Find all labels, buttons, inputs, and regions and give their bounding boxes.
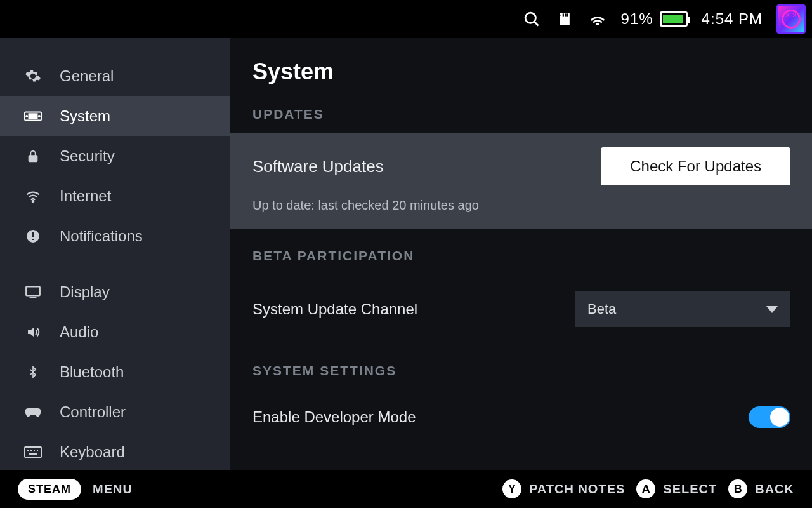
section-beta: BETA PARTICIPATION (252, 248, 812, 264)
steam-button[interactable]: STEAM (18, 479, 81, 500)
hint-patch-notes[interactable]: Y PATCH NOTES (502, 479, 625, 498)
sidebar-item-system[interactable]: System (0, 96, 230, 136)
gear-icon (24, 67, 42, 85)
battery-indicator: 91% (621, 10, 688, 28)
y-button-icon: Y (502, 479, 521, 498)
sidebar-item-label: Bluetooth (60, 363, 124, 381)
dev-mode-toggle[interactable] (749, 406, 790, 428)
hint-select[interactable]: A SELECT (636, 479, 717, 498)
sidebar-item-audio[interactable]: Audio (0, 312, 230, 352)
svg-point-0 (525, 13, 535, 23)
update-channel-label: System Update Channel (252, 300, 417, 318)
sidebar-item-label: Controller (60, 403, 126, 421)
dev-mode-label: Enable Developer Mode (252, 408, 416, 426)
sidebar-item-controller[interactable]: Controller (0, 392, 230, 432)
clock: 4:54 PM (702, 10, 763, 28)
display-icon (24, 283, 42, 301)
hint-back[interactable]: B BACK (728, 479, 794, 498)
svg-rect-3 (562, 13, 563, 16)
svg-point-8 (26, 115, 27, 116)
search-icon[interactable] (522, 10, 541, 29)
update-channel-value: Beta (587, 301, 616, 318)
controller-icon (24, 403, 42, 421)
svg-rect-16 (25, 447, 41, 457)
updates-status: Up to date: last checked 20 minutes ago (252, 198, 790, 213)
svg-line-1 (534, 22, 538, 25)
page-title: System (252, 58, 812, 85)
sidebar-item-notifications[interactable]: Notifications (0, 216, 230, 256)
sidebar-item-display[interactable]: Display (0, 272, 230, 312)
hint-label: PATCH NOTES (529, 482, 625, 497)
sidebar-item-label: Keyboard (60, 443, 125, 461)
battery-percent: 91% (621, 10, 653, 28)
hint-label: SELECT (663, 482, 717, 497)
svg-rect-5 (566, 13, 568, 16)
steamdeck-icon (24, 107, 42, 125)
svg-rect-7 (29, 114, 37, 118)
content-pane: System UPDATES Software Updates Check Fo… (230, 38, 812, 470)
sidebar-item-label: System (60, 107, 110, 125)
sidebar-divider (24, 264, 209, 264)
row-dev-mode: Enable Developer Mode (252, 390, 812, 444)
b-button-icon: B (728, 479, 747, 498)
sidebar-item-security[interactable]: Security (0, 136, 230, 176)
battery-icon (660, 11, 688, 27)
sidebar-item-label: Internet (60, 187, 111, 205)
sidebar-item-keyboard[interactable]: Keyboard (0, 432, 230, 472)
svg-rect-13 (32, 239, 34, 240)
sidebar-item-label: Security (60, 147, 115, 165)
wifi-icon (24, 187, 42, 205)
keyboard-icon (24, 443, 42, 461)
alert-icon (24, 227, 42, 245)
sd-card-icon[interactable] (555, 10, 574, 29)
a-button-icon: A (636, 479, 655, 498)
section-system-settings: SYSTEM SETTINGS (252, 363, 812, 378)
sidebar-item-label: General (60, 67, 114, 85)
sidebar-item-label: Display (60, 283, 110, 301)
sidebar-item-general[interactable]: General (0, 56, 230, 96)
sidebar-item-label: Notifications (60, 227, 143, 245)
settings-sidebar: General System Security Internet Notific… (0, 38, 230, 470)
sidebar-item-internet[interactable]: Internet (0, 176, 230, 216)
menu-label: MENU (93, 482, 133, 497)
bluetooth-icon (24, 363, 42, 381)
lock-icon (24, 147, 42, 165)
svg-point-10 (32, 200, 34, 202)
svg-rect-4 (565, 13, 566, 16)
chevron-down-icon (766, 306, 778, 313)
status-bar: 91% 4:54 PM (0, 0, 812, 38)
sidebar-item-bluetooth[interactable]: Bluetooth (0, 352, 230, 392)
hint-label: BACK (755, 482, 794, 497)
speaker-icon (24, 323, 42, 341)
updates-heading: Software Updates (252, 157, 384, 177)
wifi-icon[interactable] (588, 10, 607, 29)
svg-rect-14 (26, 286, 40, 295)
section-updates: UPDATES (252, 107, 812, 122)
row-update-channel: System Update Channel Beta (252, 275, 812, 344)
update-channel-select[interactable]: Beta (575, 291, 790, 327)
avatar[interactable] (776, 4, 806, 34)
sidebar-item-label: Audio (60, 323, 98, 341)
check-updates-button[interactable]: Check For Updates (601, 147, 790, 185)
updates-card: Software Updates Check For Updates Up to… (230, 133, 812, 229)
svg-rect-12 (32, 232, 34, 237)
svg-point-9 (39, 115, 40, 116)
footer-bar: STEAM MENU Y PATCH NOTES A SELECT B BACK (0, 470, 812, 508)
